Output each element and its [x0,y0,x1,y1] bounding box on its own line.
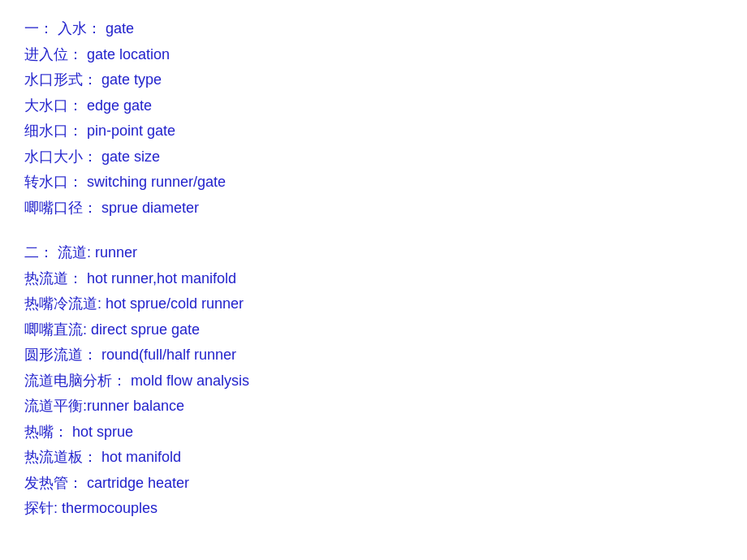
line-1-7: 转水口： switching runner/gate [24,170,723,196]
line-1-4: 大水口： edge gate [24,93,723,119]
line-2-3: 热嘴冷流道: hot sprue/cold runner [24,291,723,317]
line-2-5: 圆形流道： round(full/half runner [24,342,723,368]
line-2-4: 唧嘴直流: direct sprue gate [24,317,723,343]
line-2-10: 发热管： cartridge heater [24,471,723,497]
line-2-1: 二： 流道: runner [24,240,723,266]
line-1-6: 水口大小： gate size [24,144,723,170]
line-2-9: 热流道板： hot manifold [24,445,723,471]
section-2: 二： 流道: runner热流道： hot runner,hot manifol… [24,240,723,522]
line-2-11: 探针: thermocouples [24,496,723,522]
section-1: 一： 入水： gate进入位： gate location水口形式： gate … [24,16,723,221]
line-2-8: 热嘴： hot sprue [24,420,723,446]
line-2-7: 流道平衡:runner balance [24,394,723,420]
line-1-3: 水口形式： gate type [24,67,723,93]
line-1-1: 一： 入水： gate [24,16,723,42]
line-2-6: 流道电脑分析： mold flow analysis [24,368,723,394]
line-2-2: 热流道： hot runner,hot manifold [24,266,723,292]
line-1-5: 细水口： pin-point gate [24,118,723,144]
main-content: 一： 入水： gate进入位： gate location水口形式： gate … [24,16,723,522]
line-1-2: 进入位： gate location [24,42,723,68]
line-1-8: 唧嘴口径： sprue diameter [24,196,723,222]
